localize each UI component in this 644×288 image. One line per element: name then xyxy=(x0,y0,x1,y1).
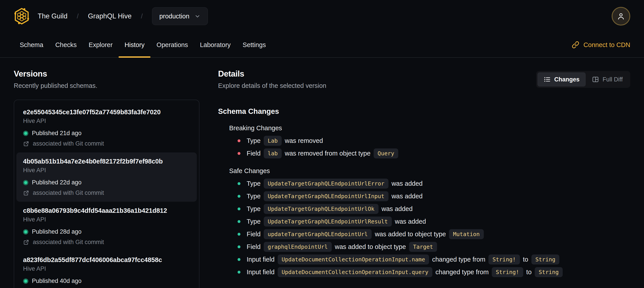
version-published: Published 21d ago xyxy=(23,130,190,137)
version-card[interactable]: a823f6db2a55df877dcf406006abca97fcc4858c… xyxy=(16,251,197,288)
version-published: Published 28d ago xyxy=(23,228,190,235)
safe-bullet xyxy=(238,271,240,273)
code-badge: Target xyxy=(409,242,437,252)
change-text: Type xyxy=(247,193,260,200)
version-service: Hive API xyxy=(23,167,190,174)
published-status-dot xyxy=(23,278,28,284)
published-status-dot xyxy=(23,229,28,234)
git-commit-link[interactable]: associated with Git commit xyxy=(23,140,190,147)
tab-list: SchemaChecksExplorerHistoryOperationsLab… xyxy=(14,32,272,57)
tab-checks[interactable]: Checks xyxy=(49,32,83,57)
published-label: Published 40d ago xyxy=(32,277,82,284)
tab-schema[interactable]: Schema xyxy=(14,32,49,57)
version-hash: a823f6db2a55df877dcf406006abca97fcc4858c xyxy=(23,256,190,263)
safe-bullet xyxy=(238,182,240,185)
target-selector-dropdown[interactable]: production xyxy=(152,7,208,25)
external-link-icon xyxy=(23,141,29,147)
version-card[interactable]: 4b05ab51b1b4a7e2e4b0ef82172f2b9f7ef98c0b… xyxy=(16,152,197,202)
breaking-bullet xyxy=(238,139,240,142)
change-item: Fieldlabwas removed from object typeQuer… xyxy=(238,148,630,158)
published-label: Published 22d ago xyxy=(32,179,82,186)
change-text: was removed from object type xyxy=(285,150,370,157)
version-hash: c8b6e88a06793b9c4dfd54aaa21b36a1b421d812 xyxy=(23,207,190,214)
safe-bullet xyxy=(238,258,240,261)
tab-laboratory[interactable]: Laboratory xyxy=(194,32,237,57)
changes-toggle-label: Changes xyxy=(554,76,580,83)
version-card[interactable]: c8b6e88a06793b9c4dfd54aaa21b36a1b421d812… xyxy=(16,202,197,251)
change-section-name: Safe Changes xyxy=(229,167,630,175)
schema-changes-section: Schema Changes Breaking ChangesTypeLabwa… xyxy=(218,107,630,277)
change-item: Input fieldUpdateDocumentCollectionOpera… xyxy=(238,267,630,277)
published-status-dot xyxy=(23,180,28,185)
breadcrumb-separator: / xyxy=(77,13,78,20)
change-item: TypeUpdateTargetGraphQLEndpointUrlErrorw… xyxy=(238,179,630,189)
git-commit-link[interactable]: associated with Git commit xyxy=(23,189,190,196)
code-badge: UpdateTargetGraphQLEndpointUrlResult xyxy=(264,216,392,226)
version-published: Published 22d ago xyxy=(23,179,190,186)
change-text: Input field xyxy=(247,268,274,276)
published-label: Published 21d ago xyxy=(32,130,82,137)
version-card[interactable]: e2e55045345ce13fe07f52a77459b83fa3fe7020… xyxy=(16,103,197,152)
full-diff-toggle-label: Full Diff xyxy=(602,76,623,83)
tab-operations[interactable]: Operations xyxy=(150,32,194,57)
code-badge: graphqlEndpointUrl xyxy=(264,242,332,252)
columns-icon xyxy=(592,76,599,83)
code-badge: UpdateTargetGraphQLEndpointUrlInput xyxy=(264,191,388,201)
version-hash: e2e55045345ce13fe07f52a77459b83fa3fe7020 xyxy=(23,109,190,116)
code-badge: String! xyxy=(492,267,523,277)
user-avatar-button[interactable] xyxy=(612,7,630,26)
link-icon xyxy=(572,41,580,49)
breadcrumb-org[interactable]: The Guild xyxy=(38,12,67,20)
change-text: Field xyxy=(247,243,260,250)
breadcrumb-project[interactable]: GraphQL Hive xyxy=(88,12,132,20)
breadcrumb-separator: / xyxy=(141,13,143,20)
git-commit-link[interactable]: associated with Git commit xyxy=(23,239,190,246)
change-list: TypeLabwas removedFieldlabwas removed fr… xyxy=(218,136,630,158)
change-text: changed type from xyxy=(432,256,485,263)
details-subtitle: Explore details of the selected version xyxy=(218,82,326,89)
published-label: Published 28d ago xyxy=(32,228,82,235)
full-diff-toggle-button[interactable]: Full Diff xyxy=(586,72,629,87)
code-badge: UpdateDocumentCollectionOperationInput.n… xyxy=(278,254,429,264)
changes-toggle-button[interactable]: Changes xyxy=(538,72,586,87)
change-text: to xyxy=(526,268,532,276)
change-item: TypeLabwas removed xyxy=(238,136,630,146)
breaking-bullet xyxy=(238,152,240,155)
change-list: TypeUpdateTargetGraphQLEndpointUrlErrorw… xyxy=(218,179,630,277)
change-item: FieldgraphqlEndpointUrlwas added to obje… xyxy=(238,242,630,252)
details-panel: Details Explore details of the selected … xyxy=(218,58,630,280)
code-badge: UpdateTargetGraphQLEndpointUrlError xyxy=(264,179,388,189)
version-service: Hive API xyxy=(23,118,190,124)
tab-history[interactable]: History xyxy=(118,32,150,57)
main-content: Versions Recently published schemas. e2e… xyxy=(0,58,644,288)
safe-bullet xyxy=(238,195,240,198)
change-text: Input field xyxy=(247,256,274,263)
app-header: The Guild / GraphQL Hive / production xyxy=(0,0,644,32)
details-title: Details xyxy=(218,69,326,79)
change-text: Field xyxy=(247,150,260,157)
tab-settings[interactable]: Settings xyxy=(237,32,272,57)
external-link-icon xyxy=(23,190,29,196)
safe-bullet xyxy=(238,245,240,248)
target-selector-value: production xyxy=(159,13,189,20)
change-text: Type xyxy=(247,180,260,187)
change-item: FieldupdateTargetGraphQLEndpointUrlwas a… xyxy=(238,229,630,239)
version-published: Published 40d ago xyxy=(23,277,190,284)
view-toggle: Changes Full Diff xyxy=(536,71,630,88)
code-badge: UpdateTargetGraphQLEndpointUrlOk xyxy=(264,204,378,214)
version-service: Hive API xyxy=(23,265,190,272)
hive-logo-icon xyxy=(14,8,30,25)
change-item: TypeUpdateTargetGraphQLEndpointUrlOkwas … xyxy=(238,204,630,214)
connect-to-cdn-label: Connect to CDN xyxy=(584,41,630,49)
connect-to-cdn-button[interactable]: Connect to CDN xyxy=(572,41,630,49)
versions-title: Versions xyxy=(14,69,200,79)
change-item: TypeUpdateTargetGraphQLEndpointUrlInputw… xyxy=(238,191,630,201)
change-item: TypeUpdateTargetGraphQLEndpointUrlResult… xyxy=(238,216,630,226)
versions-subtitle: Recently published schemas. xyxy=(14,82,200,89)
change-text: Type xyxy=(247,218,260,225)
change-text: changed type from xyxy=(436,268,489,276)
list-icon xyxy=(544,76,551,83)
versions-panel: Versions Recently published schemas. e2e… xyxy=(14,58,200,288)
tab-explorer[interactable]: Explorer xyxy=(83,32,118,57)
code-badge: updateTargetGraphQLEndpointUrl xyxy=(264,229,372,239)
